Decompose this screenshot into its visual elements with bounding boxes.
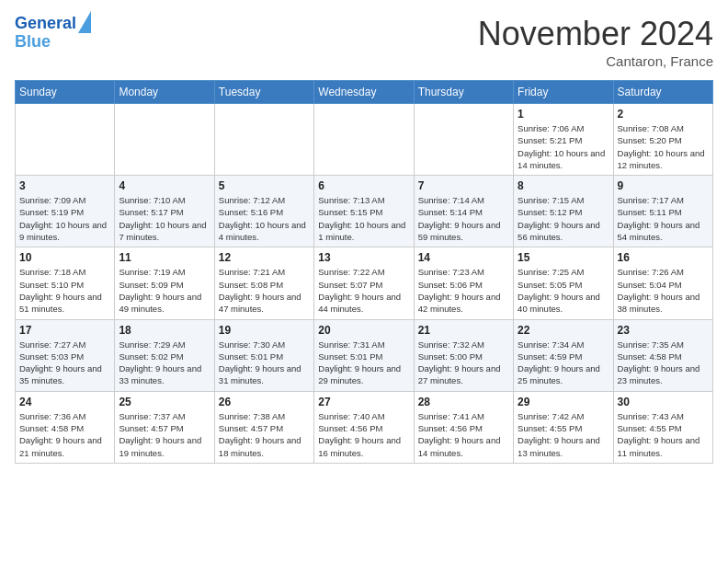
day-info: Sunrise: 7:08 AM Sunset: 5:20 PM Dayligh… xyxy=(618,122,709,171)
day-cell xyxy=(314,104,414,176)
logo: General Blue xyxy=(15,15,91,52)
day-info: Sunrise: 7:34 AM Sunset: 4:59 PM Dayligh… xyxy=(518,339,609,387)
day-cell: 14Sunrise: 7:23 AM Sunset: 5:06 PM Dayli… xyxy=(414,247,513,319)
day-info: Sunrise: 7:10 AM Sunset: 5:17 PM Dayligh… xyxy=(119,194,210,243)
day-info: Sunrise: 7:37 AM Sunset: 4:57 PM Dayligh… xyxy=(119,410,210,459)
weekday-header-saturday: Saturday xyxy=(613,81,712,104)
week-row-5: 24Sunrise: 7:36 AM Sunset: 4:58 PM Dayli… xyxy=(16,391,713,463)
day-number: 14 xyxy=(418,251,509,264)
day-info: Sunrise: 7:42 AM Sunset: 4:55 PM Dayligh… xyxy=(518,410,609,459)
day-number: 27 xyxy=(318,396,409,408)
weekday-header-monday: Monday xyxy=(115,81,214,104)
day-cell: 25Sunrise: 7:37 AM Sunset: 4:57 PM Dayli… xyxy=(115,391,214,463)
day-number: 2 xyxy=(618,108,709,121)
day-cell: 30Sunrise: 7:43 AM Sunset: 4:55 PM Dayli… xyxy=(613,391,712,463)
day-cell: 24Sunrise: 7:36 AM Sunset: 4:58 PM Dayli… xyxy=(16,391,115,463)
day-info: Sunrise: 7:21 AM Sunset: 5:08 PM Dayligh… xyxy=(219,266,310,315)
day-info: Sunrise: 7:25 AM Sunset: 5:05 PM Dayligh… xyxy=(518,266,609,315)
day-info: Sunrise: 7:35 AM Sunset: 4:58 PM Dayligh… xyxy=(618,339,709,387)
day-number: 23 xyxy=(618,324,709,337)
day-number: 4 xyxy=(119,179,210,192)
day-number: 1 xyxy=(518,108,609,121)
day-info: Sunrise: 7:41 AM Sunset: 4:56 PM Dayligh… xyxy=(418,410,509,459)
day-cell: 15Sunrise: 7:25 AM Sunset: 5:05 PM Dayli… xyxy=(514,247,613,319)
day-number: 29 xyxy=(518,396,609,408)
day-number: 16 xyxy=(618,251,709,264)
day-info: Sunrise: 7:19 AM Sunset: 5:09 PM Dayligh… xyxy=(119,266,210,315)
week-row-4: 17Sunrise: 7:27 AM Sunset: 5:03 PM Dayli… xyxy=(16,319,713,391)
day-info: Sunrise: 7:09 AM Sunset: 5:19 PM Dayligh… xyxy=(19,194,110,243)
day-info: Sunrise: 7:23 AM Sunset: 5:06 PM Dayligh… xyxy=(418,266,509,315)
day-cell: 28Sunrise: 7:41 AM Sunset: 4:56 PM Dayli… xyxy=(414,391,513,463)
day-cell: 6Sunrise: 7:13 AM Sunset: 5:15 PM Daylig… xyxy=(314,176,414,247)
day-info: Sunrise: 7:22 AM Sunset: 5:07 PM Dayligh… xyxy=(318,266,409,315)
day-cell: 2Sunrise: 7:08 AM Sunset: 5:20 PM Daylig… xyxy=(613,104,712,176)
day-number: 6 xyxy=(318,179,409,192)
day-info: Sunrise: 7:43 AM Sunset: 4:55 PM Dayligh… xyxy=(618,410,709,459)
day-info: Sunrise: 7:38 AM Sunset: 4:57 PM Dayligh… xyxy=(219,410,310,459)
day-cell: 29Sunrise: 7:42 AM Sunset: 4:55 PM Dayli… xyxy=(514,391,613,463)
day-number: 20 xyxy=(318,324,409,337)
day-number: 24 xyxy=(19,396,110,408)
weekday-header-sunday: Sunday xyxy=(16,81,115,104)
day-info: Sunrise: 7:29 AM Sunset: 5:02 PM Dayligh… xyxy=(119,339,210,387)
day-info: Sunrise: 7:13 AM Sunset: 5:15 PM Dayligh… xyxy=(318,194,409,243)
day-info: Sunrise: 7:26 AM Sunset: 5:04 PM Dayligh… xyxy=(618,266,709,315)
day-info: Sunrise: 7:36 AM Sunset: 4:58 PM Dayligh… xyxy=(19,410,110,459)
day-number: 22 xyxy=(518,324,609,337)
day-number: 30 xyxy=(618,396,709,408)
day-number: 26 xyxy=(219,396,310,408)
day-info: Sunrise: 7:32 AM Sunset: 5:00 PM Dayligh… xyxy=(418,339,509,387)
logo-triangle-icon xyxy=(78,11,91,33)
calendar-table: SundayMondayTuesdayWednesdayThursdayFrid… xyxy=(15,80,713,464)
day-cell: 21Sunrise: 7:32 AM Sunset: 5:00 PM Dayli… xyxy=(414,319,513,391)
day-info: Sunrise: 7:12 AM Sunset: 5:16 PM Dayligh… xyxy=(219,194,310,243)
day-cell xyxy=(414,104,513,176)
day-info: Sunrise: 7:30 AM Sunset: 5:01 PM Dayligh… xyxy=(219,339,310,387)
week-row-3: 10Sunrise: 7:18 AM Sunset: 5:10 PM Dayli… xyxy=(16,247,713,319)
month-title: November 2024 xyxy=(478,15,713,53)
page-header: General Blue November 2024 Cantaron, Fra… xyxy=(15,15,713,69)
day-number: 15 xyxy=(518,251,609,264)
day-cell: 19Sunrise: 7:30 AM Sunset: 5:01 PM Dayli… xyxy=(214,319,313,391)
day-info: Sunrise: 7:27 AM Sunset: 5:03 PM Dayligh… xyxy=(19,339,110,387)
day-info: Sunrise: 7:40 AM Sunset: 4:56 PM Dayligh… xyxy=(318,410,409,459)
week-row-2: 3Sunrise: 7:09 AM Sunset: 5:19 PM Daylig… xyxy=(16,176,713,247)
day-number: 17 xyxy=(19,324,110,337)
day-cell: 1Sunrise: 7:06 AM Sunset: 5:21 PM Daylig… xyxy=(514,104,613,176)
day-cell xyxy=(16,104,115,176)
weekday-header-row: SundayMondayTuesdayWednesdayThursdayFrid… xyxy=(16,81,713,104)
day-number: 11 xyxy=(119,251,210,264)
day-cell: 4Sunrise: 7:10 AM Sunset: 5:17 PM Daylig… xyxy=(115,176,214,247)
weekday-header-wednesday: Wednesday xyxy=(314,81,414,104)
day-cell: 3Sunrise: 7:09 AM Sunset: 5:19 PM Daylig… xyxy=(16,176,115,247)
day-number: 18 xyxy=(119,324,210,337)
day-number: 9 xyxy=(618,179,709,192)
week-row-1: 1Sunrise: 7:06 AM Sunset: 5:21 PM Daylig… xyxy=(16,104,713,176)
day-number: 25 xyxy=(119,396,210,408)
day-cell: 10Sunrise: 7:18 AM Sunset: 5:10 PM Dayli… xyxy=(16,247,115,319)
day-number: 5 xyxy=(219,179,310,192)
day-number: 28 xyxy=(418,396,509,408)
day-cell: 12Sunrise: 7:21 AM Sunset: 5:08 PM Dayli… xyxy=(214,247,313,319)
day-cell: 27Sunrise: 7:40 AM Sunset: 4:56 PM Dayli… xyxy=(314,391,414,463)
day-cell: 26Sunrise: 7:38 AM Sunset: 4:57 PM Dayli… xyxy=(214,391,313,463)
day-cell: 18Sunrise: 7:29 AM Sunset: 5:02 PM Dayli… xyxy=(115,319,214,391)
day-number: 19 xyxy=(219,324,310,337)
day-cell: 11Sunrise: 7:19 AM Sunset: 5:09 PM Dayli… xyxy=(115,247,214,319)
logo-text: General xyxy=(15,15,76,33)
day-cell: 16Sunrise: 7:26 AM Sunset: 5:04 PM Dayli… xyxy=(613,247,712,319)
day-cell xyxy=(214,104,313,176)
day-cell: 9Sunrise: 7:17 AM Sunset: 5:11 PM Daylig… xyxy=(613,176,712,247)
day-info: Sunrise: 7:14 AM Sunset: 5:14 PM Dayligh… xyxy=(418,194,509,243)
day-number: 8 xyxy=(518,179,609,192)
day-cell: 20Sunrise: 7:31 AM Sunset: 5:01 PM Dayli… xyxy=(314,319,414,391)
location-subtitle: Cantaron, France xyxy=(478,53,713,69)
day-number: 10 xyxy=(19,251,110,264)
day-cell: 13Sunrise: 7:22 AM Sunset: 5:07 PM Dayli… xyxy=(314,247,414,319)
logo-text-blue: Blue xyxy=(15,33,91,52)
day-number: 3 xyxy=(19,179,110,192)
day-info: Sunrise: 7:31 AM Sunset: 5:01 PM Dayligh… xyxy=(318,339,409,387)
title-block: November 2024 Cantaron, France xyxy=(478,15,713,69)
day-cell: 22Sunrise: 7:34 AM Sunset: 4:59 PM Dayli… xyxy=(514,319,613,391)
